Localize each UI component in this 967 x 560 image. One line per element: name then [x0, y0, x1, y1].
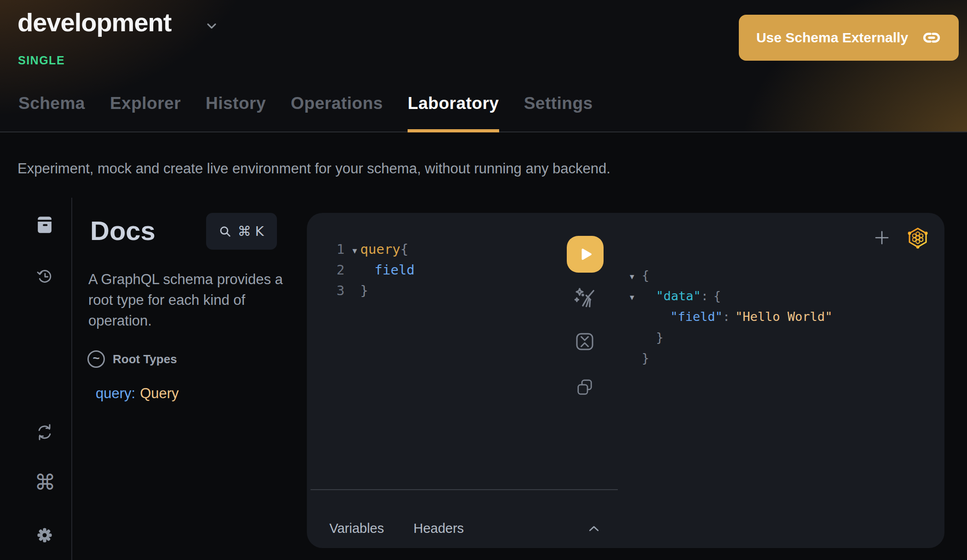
- copy-icon: [575, 377, 595, 397]
- response-line: }: [630, 327, 832, 348]
- response-viewer: ▾{ ▾"data":{ "field":"Hello World" } }: [630, 265, 832, 368]
- response-line: }: [630, 348, 832, 368]
- sidebar-settings-button[interactable]: [35, 525, 56, 546]
- target-name-title: development: [17, 7, 171, 37]
- editor-line: 1▾query{: [333, 239, 414, 260]
- plus-icon: [874, 229, 890, 246]
- keyboard-shortcuts-icon: ⌘: [35, 470, 56, 495]
- env-badge: SINGLE: [18, 54, 65, 67]
- root-type-name[interactable]: Query: [140, 385, 178, 401]
- docs-book-icon: [35, 214, 56, 235]
- active-tab-underline: [408, 129, 499, 132]
- line-number: 1: [333, 239, 345, 260]
- page-subtitle: Experiment, mock and create live environ…: [17, 160, 610, 177]
- graphiql-panel: 1▾query{ 2field 3}: [307, 213, 944, 548]
- tab-explorer[interactable]: Explorer: [110, 94, 181, 132]
- root-field-separator: :: [132, 385, 136, 401]
- use-schema-externally-button[interactable]: Use Schema Externally: [739, 15, 959, 61]
- tab-laboratory[interactable]: Laboratory: [408, 94, 499, 132]
- response-line: ▾"data":{: [630, 286, 832, 306]
- query-editor[interactable]: 1▾query{ 2field 3}: [333, 239, 414, 301]
- root-types-label: Root Types: [113, 352, 177, 366]
- json-string-value: "Hello World": [735, 309, 832, 324]
- tab-settings-label: Settings: [524, 94, 593, 113]
- docs-panel-title: Docs: [90, 215, 155, 246]
- editor-bottom-bar: Variables Headers: [311, 489, 618, 548]
- tab-laboratory-label: Laboratory: [408, 94, 499, 113]
- response-line: ▾{: [630, 265, 832, 286]
- editor-line: 3}: [333, 280, 414, 301]
- root-field-name: query: [96, 385, 132, 401]
- laboratory-sidebar: ⌘: [0, 198, 72, 560]
- fold-icon[interactable]: ▾: [349, 240, 360, 261]
- prettify-sparkle-brush-icon: [572, 285, 598, 311]
- json-key: "data": [642, 289, 701, 303]
- docs-description: A GraphQL schema provides a root type fo…: [88, 269, 302, 331]
- code-token-brace: }: [360, 283, 368, 298]
- tab-operations[interactable]: Operations: [291, 94, 383, 132]
- editor-line: 2field: [333, 260, 414, 280]
- fold-icon[interactable]: ▾: [630, 287, 642, 308]
- docs-search-button[interactable]: ⌘ K: [206, 213, 277, 250]
- tab-operations-label: Operations: [291, 94, 383, 113]
- tab-history[interactable]: History: [206, 94, 266, 132]
- root-type-query-link[interactable]: query:Query: [96, 385, 179, 402]
- json-brace: {: [642, 268, 649, 282]
- tab-history-label: History: [206, 94, 266, 113]
- json-brace: }: [642, 351, 649, 365]
- tab-settings[interactable]: Settings: [524, 94, 593, 132]
- code-token-brace: {: [400, 241, 408, 257]
- code-token-field: field: [360, 262, 414, 278]
- play-icon: [576, 246, 594, 263]
- json-key: "field": [642, 309, 723, 324]
- settings-gear-icon: [35, 525, 56, 545]
- sidebar-history-button[interactable]: [35, 266, 56, 287]
- json-brace: {: [714, 289, 721, 303]
- json-colon: :: [723, 309, 730, 324]
- root-types-icon: ~: [87, 350, 105, 368]
- root-types-section-header: ~ Root Types: [87, 350, 177, 368]
- sidebar-docs-button[interactable]: [35, 214, 56, 235]
- sidebar-shortcuts-button[interactable]: ⌘: [35, 472, 56, 493]
- line-number: 3: [333, 280, 345, 301]
- response-line: "field":"Hello World": [630, 306, 832, 327]
- merge-icon: [574, 331, 596, 353]
- tab-schema[interactable]: Schema: [18, 94, 85, 132]
- hive-logo-icon: [907, 227, 929, 249]
- collapse-panel-chevron-up-icon[interactable]: [587, 522, 601, 536]
- use-schema-externally-label: Use Schema Externally: [756, 30, 908, 46]
- page-header: development SINGLE Use Schema Externally…: [0, 0, 967, 132]
- prettify-query-button[interactable]: [572, 285, 598, 311]
- execute-query-button[interactable]: [567, 236, 604, 273]
- add-tab-plus-button[interactable]: [874, 229, 890, 246]
- reload-schema-icon: [35, 422, 56, 442]
- link-icon: [922, 28, 941, 47]
- code-token-keyword: query: [360, 241, 400, 257]
- target-switcher-chevron-icon[interactable]: [204, 18, 219, 33]
- laboratory-page: development SINGLE Use Schema Externally…: [0, 0, 967, 560]
- search-shortcut-label: ⌘ K: [237, 223, 264, 239]
- json-colon: :: [701, 289, 708, 303]
- page-tabs: Schema Explorer History Operations Labor…: [18, 94, 593, 132]
- search-icon: [219, 225, 231, 238]
- copy-query-button[interactable]: [575, 377, 595, 397]
- fold-icon[interactable]: ▾: [630, 266, 642, 287]
- tab-schema-label: Schema: [18, 94, 85, 113]
- headers-tab[interactable]: Headers: [414, 521, 464, 536]
- editor-tool-tabs: Variables Headers: [329, 521, 464, 536]
- line-number: 2: [333, 260, 345, 280]
- variables-tab[interactable]: Variables: [329, 521, 384, 536]
- history-clock-icon: [35, 266, 56, 286]
- tab-explorer-label: Explorer: [110, 94, 181, 113]
- merge-fragments-button[interactable]: [574, 331, 596, 353]
- sidebar-reload-schema-button[interactable]: [35, 422, 56, 443]
- json-brace: }: [642, 330, 663, 344]
